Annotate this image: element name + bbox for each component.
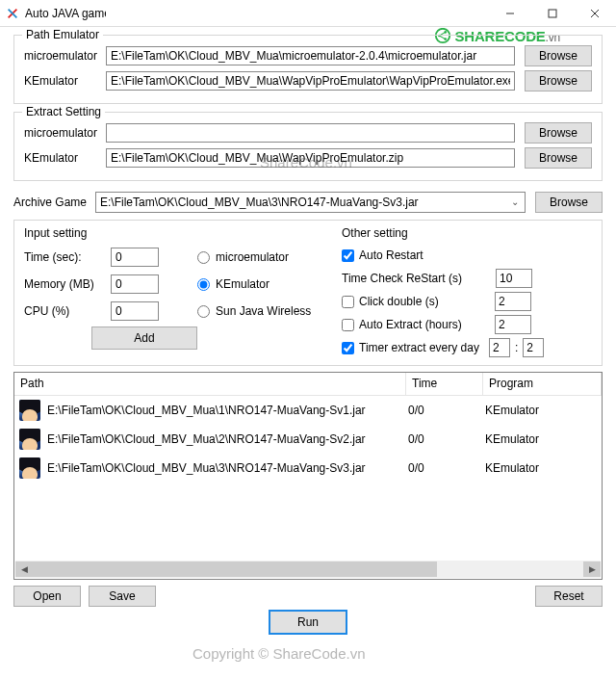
kemulator-path-input[interactable] (106, 71, 515, 91)
sunjava-radio-label: Sun Java Wireless (216, 304, 321, 318)
timer-extract-min-input[interactable] (523, 338, 544, 357)
row-program: KEmulator (485, 404, 602, 417)
reset-button[interactable]: Reset (535, 586, 603, 607)
row-time: 0/0 (408, 461, 485, 475)
col-time-header[interactable]: Time (406, 373, 483, 395)
add-button[interactable]: Add (91, 326, 197, 350)
other-setting-title: Other setting (342, 226, 592, 240)
settings-panel: Input setting Time (sec): Memory (MB) CP… (13, 220, 603, 366)
app-icon (6, 7, 19, 20)
minimize-button[interactable] (489, 0, 531, 27)
window-controls (489, 0, 616, 27)
auto-restart-checkbox[interactable] (342, 249, 354, 262)
memory-input[interactable] (111, 274, 159, 294)
table-row[interactable]: E:\FileTam\OK\Cloud_MBV_Mua\2\NRO147-Mua… (14, 425, 602, 454)
time-check-restart-label: Time Check ReStart (s) (342, 272, 491, 285)
title-bar: Auto JAVA game (0, 0, 616, 27)
auto-extract-input[interactable] (495, 315, 531, 334)
scroll-right-icon[interactable]: ▶ (583, 561, 601, 577)
microemulator-radio[interactable] (197, 251, 210, 264)
cpu-label: CPU (%) (24, 304, 111, 318)
row-program: KEmulator (485, 432, 602, 446)
table-row[interactable]: E:\FileTam\OK\Cloud_MBV_Mua\1\NRO147-Mua… (14, 396, 602, 425)
memory-label: Memory (MB) (24, 277, 111, 291)
extract-micro-input[interactable] (106, 123, 515, 143)
row-path: E:\FileTam\OK\Cloud_MBV_Mua\1\NRO147-Mua… (43, 404, 408, 417)
extract-micro-label: microemulator (24, 126, 106, 140)
row-icon (16, 429, 43, 450)
microemulator-radio-label: microemulator (216, 250, 289, 264)
chevron-down-icon: ⌄ (511, 196, 519, 207)
time-check-restart-input[interactable] (496, 269, 532, 288)
run-button[interactable]: Run (270, 611, 346, 634)
extract-kemu-input[interactable] (106, 148, 515, 168)
table-row[interactable]: E:\FileTam\OK\Cloud_MBV_Mua\3\NRO147-Mua… (14, 454, 602, 483)
horizontal-scrollbar[interactable]: ◀ ▶ (15, 561, 601, 578)
watermark-copyright: Copyright © ShareCode.vn (192, 645, 365, 662)
microemulator-path-label: microemulator (24, 49, 106, 63)
scroll-thumb[interactable] (33, 561, 437, 577)
window-title: Auto JAVA game (25, 7, 111, 20)
col-program-header[interactable]: Program (483, 373, 602, 395)
row-time: 0/0 (408, 404, 485, 417)
timer-extract-checkbox[interactable] (342, 342, 354, 354)
kemulator-radio-label: KEmulator (216, 277, 270, 291)
auto-restart-label: Auto Restart (359, 248, 424, 262)
extract-kemu-label: KEmulator (24, 151, 106, 165)
row-time: 0/0 (408, 432, 485, 446)
extract-micro-browse-button[interactable]: Browse (525, 122, 592, 144)
archive-browse-button[interactable]: Browse (535, 192, 603, 213)
microemulator-path-browse-button[interactable]: Browse (525, 45, 592, 66)
open-button[interactable]: Open (13, 586, 81, 607)
sunjava-radio[interactable] (197, 305, 210, 318)
maximize-button[interactable] (531, 0, 574, 27)
extract-setting-group: Extract Setting microemulator Browse KEm… (13, 112, 603, 181)
input-setting-title: Input setting (24, 226, 197, 240)
avatar-icon (19, 429, 40, 450)
path-emulator-group: Path Emulator microemulator Browse KEmul… (13, 35, 603, 104)
cpu-input[interactable] (111, 301, 159, 321)
auto-extract-checkbox[interactable] (342, 319, 354, 331)
save-button[interactable]: Save (89, 586, 156, 607)
path-emulator-title: Path Emulator (22, 28, 103, 41)
close-button[interactable] (574, 0, 616, 27)
click-double-checkbox[interactable] (342, 296, 354, 308)
title-overlay (106, 4, 231, 21)
avatar-icon (19, 400, 40, 421)
timer-extract-label: Timer extract every day (359, 341, 484, 354)
kemulator-path-label: KEmulator (24, 74, 106, 88)
game-table: Path Time Program E:\FileTam\OK\Cloud_MB… (13, 372, 603, 580)
time-input[interactable] (111, 248, 159, 267)
row-path: E:\FileTam\OK\Cloud_MBV_Mua\3\NRO147-Mua… (43, 461, 408, 475)
timer-extract-hour-input[interactable] (489, 338, 510, 357)
svg-rect-1 (549, 10, 556, 17)
row-program: KEmulator (485, 461, 602, 475)
time-label: Time (sec): (24, 250, 111, 264)
archive-game-value: E:\FileTam\OK\Cloud_MBV_Mua\3\NRO147-Mua… (100, 196, 419, 209)
extract-kemu-browse-button[interactable]: Browse (525, 147, 592, 169)
extract-setting-title: Extract Setting (22, 105, 105, 118)
archive-game-label: Archive Game (13, 196, 95, 209)
microemulator-path-input[interactable] (106, 46, 515, 65)
click-double-input[interactable] (495, 292, 531, 311)
avatar-icon (19, 457, 40, 479)
row-icon (16, 457, 43, 479)
auto-extract-label: Auto Extract (hours) (359, 318, 490, 331)
row-path: E:\FileTam\OK\Cloud_MBV_Mua\2\NRO147-Mua… (43, 432, 408, 446)
row-icon (16, 400, 43, 421)
kemulator-radio[interactable] (197, 278, 210, 291)
scroll-left-icon[interactable]: ◀ (15, 561, 33, 577)
archive-game-combobox[interactable]: E:\FileTam\OK\Cloud_MBV_Mua\3\NRO147-Mua… (95, 192, 526, 213)
kemulator-path-browse-button[interactable]: Browse (525, 70, 592, 91)
col-path-header[interactable]: Path (14, 373, 406, 395)
click-double-label: Click double (s) (359, 295, 490, 308)
